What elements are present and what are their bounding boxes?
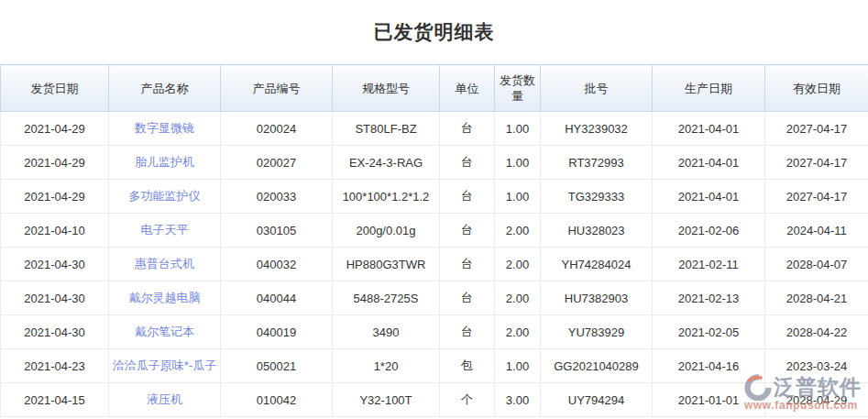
page-title: 已发货明细表 [374,19,495,45]
table-cell: 1*20 [333,349,440,383]
table-cell: 2021-04-01 [653,112,765,146]
table-cell: 2021-01-01 [653,383,765,417]
table-cell: YU783929 [541,315,653,349]
table-cell: 台 [440,281,495,315]
table-cell: 2024-04-11 [765,214,868,248]
table-cell: 2028-04-21 [765,281,868,315]
table-cell: 台 [440,146,495,180]
table-cell: 2028-04-07 [765,248,868,281]
table-cell: 2027-04-17 [765,180,868,214]
table-cell: 030105 [221,214,333,248]
table-cell: UY794294 [541,383,653,417]
product-name-link[interactable]: 戴尔灵越电脑 [109,281,221,315]
product-name-link[interactable]: 戴尔笔记本 [109,315,221,349]
table-cell: HU7382903 [541,281,653,315]
table-cell: 2021-04-01 [653,146,765,180]
col-header-unit: 单位 [440,65,495,112]
col-header-product-code: 产品编号 [221,65,333,112]
table-cell: 2028-04-22 [765,315,868,349]
table-cell: 020033 [221,180,333,214]
table-cell: 个 [440,383,495,417]
table-cell: 2021-04-15 [1,383,109,417]
product-name-link[interactable]: 电子天平 [109,214,221,248]
col-header-valid-date: 有效日期 [765,65,868,112]
col-header-ship-date: 发货日期 [1,65,109,112]
col-header-product-name: 产品名称 [109,65,221,112]
table-cell: 2021-04-29 [1,112,109,146]
table-cell: 台 [440,248,495,281]
table-cell: GG2021040289 [541,349,653,383]
table-cell: 2021-04-10 [1,214,109,248]
table-cell: 1.00 [495,112,541,146]
table-cell: 2021-02-06 [653,214,765,248]
table-cell: 台 [440,214,495,248]
table-cell: 台 [440,180,495,214]
table-cell: 2021-04-23 [1,349,109,383]
product-name-link[interactable]: 洽洽瓜子原味*-瓜子 [109,349,221,383]
table-row: 2021-04-10电子天平030105200g/0.01g台2.00HU328… [1,214,868,248]
product-name-link[interactable]: 数字显微镜 [109,112,221,146]
table-cell: 2023-03-24 [765,349,868,383]
table-cell: 040032 [221,248,333,281]
table-cell: 1.00 [495,349,541,383]
product-name-link[interactable]: 惠普台式机 [109,248,221,281]
table-cell: HU328023 [541,214,653,248]
table-cell: 100*100*1.2*1.2 [333,180,440,214]
table-cell: 1.00 [495,180,541,214]
table-header: 发货日期 产品名称 产品编号 规格型号 单位 发货数量 批号 生产日期 有效日期 [1,65,868,112]
table-cell: 3490 [333,315,440,349]
col-header-prod-date: 生产日期 [653,65,765,112]
col-header-spec-model: 规格型号 [333,65,440,112]
table-cell: RT372993 [541,146,653,180]
table-cell: 040044 [221,281,333,315]
table-cell: 2021-04-29 [1,180,109,214]
table-cell: 200g/0.01g [333,214,440,248]
table-cell: 2021-04-01 [653,180,765,214]
table-row: 2021-04-29数字显微镜020024ST80LF-BZ台1.00HY323… [1,112,868,146]
product-name-link[interactable]: 胎儿监护机 [109,146,221,180]
col-header-ship-qty: 发货数量 [495,65,541,112]
table-cell: 040019 [221,315,333,349]
table-cell: 2027-04-17 [765,112,868,146]
table-cell: 2.00 [495,248,541,281]
table-cell: TG329333 [541,180,653,214]
product-name-link[interactable]: 多功能监护仪 [109,180,221,214]
product-name-link[interactable]: 液压机 [109,383,221,417]
table-row: 2021-04-23洽洽瓜子原味*-瓜子0500211*20包1.00GG202… [1,349,868,383]
table-cell: 2021-04-16 [653,349,765,383]
table-row: 2021-04-29多功能监护仪020033100*100*1.2*1.2台1.… [1,180,868,214]
table-cell: 2021-04-30 [1,248,109,281]
table-cell: YH74284024 [541,248,653,281]
table-row: 2021-04-15液压机010042Y32-100T个3.00UY794294… [1,383,868,417]
table-cell: 2021-04-30 [1,315,109,349]
table-cell: HP880G3TWR [333,248,440,281]
table-cell: HY3239032 [541,112,653,146]
table-cell: 020024 [221,112,333,146]
table-cell: ST80LF-BZ [333,112,440,146]
table-cell: 5488-2725S [333,281,440,315]
table-cell: 1.00 [495,146,541,180]
table-cell: 020027 [221,146,333,180]
table-cell: 2021-02-11 [653,248,765,281]
table-cell: 包 [440,349,495,383]
table-cell: 台 [440,315,495,349]
table-cell: 2021-02-13 [653,281,765,315]
table-body: 2021-04-29数字显微镜020024ST80LF-BZ台1.00HY323… [1,112,868,417]
table-cell: 3.00 [495,383,541,417]
table-cell: 010042 [221,383,333,417]
table-cell: 2.00 [495,315,541,349]
table-row: 2021-04-29胎儿监护机020027EX-24-3-RAG台1.00RT3… [1,146,868,180]
table-row: 2021-04-30戴尔灵越电脑0400445488-2725S台2.00HU7… [1,281,868,315]
table-cell: 台 [440,112,495,146]
table-cell: 2.00 [495,281,541,315]
table-row: 2021-04-30戴尔笔记本0400193490台2.00YU78392920… [1,315,868,349]
table-cell: Y32-100T [333,383,440,417]
table-row: 2021-04-30惠普台式机040032HP880G3TWR台2.00YH74… [1,248,868,281]
table-cell: EX-24-3-RAG [333,146,440,180]
table-cell: 050021 [221,349,333,383]
shipped-details-table: 发货日期 产品名称 产品编号 规格型号 单位 发货数量 批号 生产日期 有效日期… [0,64,868,417]
col-header-batch-no: 批号 [541,65,653,112]
table-header-row: 发货日期 产品名称 产品编号 规格型号 单位 发货数量 批号 生产日期 有效日期 [1,65,868,112]
table-cell: 2021-04-30 [1,281,109,315]
table-cell: 2027-04-17 [765,146,868,180]
